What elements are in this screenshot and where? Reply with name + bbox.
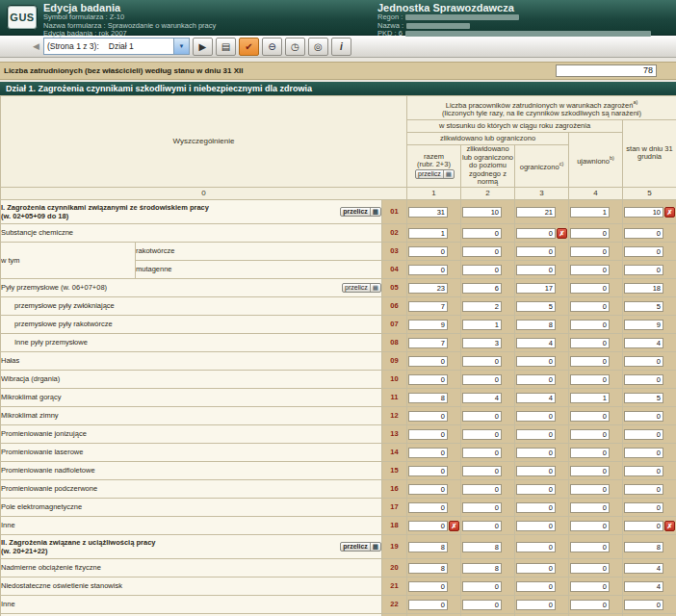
value-input[interactable]: 0: [570, 466, 610, 476]
value-input[interactable]: 0: [516, 542, 556, 552]
value-input[interactable]: 9: [408, 320, 448, 330]
value-input[interactable]: 0: [570, 484, 610, 495]
value-input[interactable]: 0: [462, 411, 502, 422]
value-input[interactable]: 0: [408, 600, 448, 610]
value-input[interactable]: 0: [624, 448, 663, 458]
value-input[interactable]: 0: [516, 521, 556, 531]
value-input[interactable]: 8: [408, 563, 448, 574]
value-input[interactable]: 0: [462, 228, 502, 239]
value-input[interactable]: 4: [624, 338, 663, 348]
value-input[interactable]: 1: [570, 393, 610, 403]
value-input[interactable]: 0: [516, 466, 556, 476]
next-page-button[interactable]: ▶: [193, 38, 213, 56]
chevron-down-icon[interactable]: ▼: [173, 38, 189, 54]
value-input[interactable]: 3: [462, 338, 502, 348]
value-input[interactable]: 17: [516, 283, 556, 294]
value-input[interactable]: 0: [624, 502, 663, 513]
value-input[interactable]: 0: [462, 581, 502, 592]
value-input[interactable]: 0: [408, 502, 448, 513]
error-icon[interactable]: ✗: [449, 521, 459, 531]
value-input[interactable]: 0: [516, 374, 556, 385]
error-icon[interactable]: ✗: [664, 521, 675, 531]
value-input[interactable]: 0: [570, 301, 610, 312]
value-input[interactable]: 0: [624, 356, 663, 367]
value-input[interactable]: 0: [624, 265, 663, 275]
value-input[interactable]: 0: [516, 448, 556, 458]
value-input[interactable]: 0: [570, 338, 610, 348]
value-input[interactable]: 0: [462, 265, 502, 275]
value-input[interactable]: 0: [408, 448, 448, 458]
value-input[interactable]: 1: [408, 228, 448, 239]
value-input[interactable]: 8: [462, 542, 502, 552]
errors-button[interactable]: ⊖: [262, 38, 282, 56]
value-input[interactable]: 0: [408, 466, 448, 476]
value-input[interactable]: 0: [462, 466, 502, 476]
value-input[interactable]: 0: [570, 265, 610, 275]
value-input[interactable]: 0: [624, 484, 663, 495]
validate-button[interactable]: ✔: [239, 38, 259, 56]
value-input[interactable]: 7: [408, 301, 448, 312]
value-input[interactable]: 4: [516, 393, 556, 403]
value-input[interactable]: 0: [408, 411, 448, 422]
value-input[interactable]: 0: [624, 521, 663, 531]
value-input[interactable]: 0: [570, 581, 610, 592]
value-input[interactable]: 1: [570, 207, 610, 218]
preview-button[interactable]: ◎: [308, 38, 328, 56]
value-input[interactable]: 5: [516, 301, 556, 312]
value-input[interactable]: 0: [570, 228, 610, 239]
value-input[interactable]: 6: [462, 283, 502, 294]
value-input[interactable]: 0: [516, 246, 556, 257]
value-input[interactable]: 0: [462, 502, 502, 513]
przelicz-header-button[interactable]: przelicz▦: [415, 169, 455, 180]
value-input[interactable]: 0: [516, 600, 556, 610]
value-input[interactable]: 0: [624, 411, 663, 422]
value-input[interactable]: 0: [624, 600, 663, 610]
history-button[interactable]: ◷: [285, 38, 305, 56]
info-button[interactable]: i: [331, 38, 351, 56]
value-input[interactable]: 10: [624, 207, 663, 218]
value-input[interactable]: 0: [570, 429, 610, 440]
value-input[interactable]: 0: [624, 228, 663, 239]
value-input[interactable]: 0: [408, 581, 448, 592]
value-input[interactable]: 1: [462, 320, 502, 330]
employed-count-input[interactable]: 78: [556, 64, 657, 77]
page-select[interactable]: (Strona 1 z 3): Dział 1 ▼: [43, 38, 190, 55]
value-input[interactable]: 4: [624, 563, 663, 574]
error-icon[interactable]: ✗: [664, 207, 675, 218]
value-input[interactable]: 8: [516, 320, 556, 330]
value-input[interactable]: 0: [570, 563, 610, 574]
value-input[interactable]: 0: [570, 600, 610, 610]
value-input[interactable]: 0: [462, 600, 502, 610]
value-input[interactable]: 0: [516, 429, 556, 440]
value-input[interactable]: 0: [624, 374, 663, 385]
value-input[interactable]: 9: [624, 320, 663, 330]
back-icon[interactable]: ◀: [33, 41, 39, 51]
value-input[interactable]: 0: [408, 521, 448, 531]
value-input[interactable]: 0: [516, 484, 556, 495]
value-input[interactable]: 0: [624, 246, 663, 257]
value-input[interactable]: 0: [624, 429, 663, 440]
value-input[interactable]: 0: [462, 246, 502, 257]
value-input[interactable]: 0: [570, 320, 610, 330]
value-input[interactable]: 0: [408, 265, 448, 275]
value-input[interactable]: 0: [516, 581, 556, 592]
value-input[interactable]: 5: [624, 301, 663, 312]
value-input[interactable]: 0: [624, 466, 663, 476]
error-icon[interactable]: ✗: [557, 228, 567, 239]
value-input[interactable]: 0: [570, 448, 610, 458]
value-input[interactable]: 0: [570, 283, 610, 294]
value-input[interactable]: 0: [570, 502, 610, 513]
value-input[interactable]: 2: [462, 301, 502, 312]
value-input[interactable]: 0: [462, 448, 502, 458]
value-input[interactable]: 0: [570, 374, 610, 385]
value-input[interactable]: 4: [462, 393, 502, 403]
value-input[interactable]: 7: [408, 338, 448, 348]
save-button[interactable]: ▤: [216, 38, 236, 56]
value-input[interactable]: 8: [624, 542, 663, 552]
value-input[interactable]: 0: [516, 356, 556, 367]
value-input[interactable]: 0: [408, 374, 448, 385]
value-input[interactable]: 0: [516, 502, 556, 513]
value-input[interactable]: 0: [570, 521, 610, 531]
value-input[interactable]: 10: [462, 207, 502, 218]
value-input[interactable]: 23: [408, 283, 448, 294]
